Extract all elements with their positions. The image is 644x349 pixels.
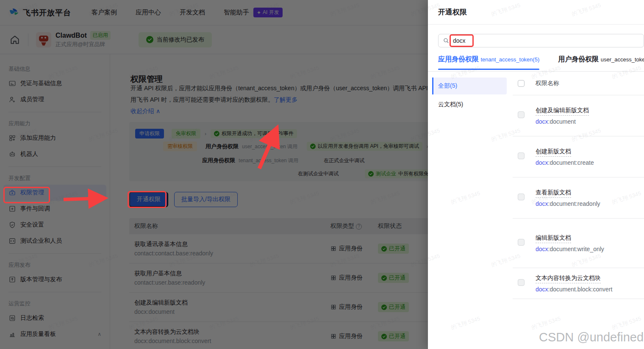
row-checkbox[interactable] <box>518 239 525 246</box>
code-rest: :document:readonly <box>548 200 600 207</box>
row-checkbox[interactable] <box>518 279 525 286</box>
category-cloud-docs[interactable]: 云文档(5) <box>432 96 507 113</box>
permission-name: 文本内容转换为云文档块 <box>536 274 601 283</box>
code-highlight: docx <box>536 200 548 207</box>
permission-name: 创建及编辑新版文档 <box>536 107 589 116</box>
panel-body: 全部(5) 云文档(5) 权限名称 创建及编辑新版文档 docx:documen… <box>428 72 644 349</box>
code-rest: :document <box>548 118 576 125</box>
open-permission-panel: 开通权限 docx 应用身份权限 tenant_access_token(5) … <box>428 0 644 349</box>
panel-title: 开通权限 <box>428 0 644 25</box>
list-header-label: 权限名称 <box>536 80 559 87</box>
tab-sub-label: user_access_token(5) <box>601 56 644 63</box>
row-checkbox[interactable] <box>518 111 525 118</box>
list-item[interactable]: 创建新版文档 docx:document:create <box>513 136 644 177</box>
code-rest: :document:write_only <box>548 246 604 252</box>
list-item[interactable]: 编辑新版文档 docx:document:write_only <box>513 219 644 268</box>
panel-tabs: 应用身份权限 tenant_access_token(5) 用户身份权限 use… <box>438 55 644 70</box>
tab-sub-label: tenant_access_token(5) <box>480 56 539 63</box>
tab-user-access-token[interactable]: 用户身份权限 user_access_token(5) <box>558 55 644 70</box>
list-item[interactable]: 查看新版文档 docx:document:readonly <box>513 177 644 219</box>
code-highlight: docx <box>536 159 548 166</box>
search-input[interactable]: docx <box>438 34 644 47</box>
code-highlight: docx <box>536 286 548 293</box>
code-rest: :document:create <box>548 159 594 166</box>
permission-name: 创建新版文档 <box>536 148 571 157</box>
search-icon <box>443 37 450 44</box>
permission-name: 查看新版文档 <box>536 189 571 198</box>
list-header: 权限名称 <box>513 72 644 95</box>
select-all-checkbox[interactable] <box>518 80 525 87</box>
search-value: docx <box>453 37 466 44</box>
row-checkbox[interactable] <box>518 152 525 159</box>
tab-label: 用户身份权限 <box>558 55 599 63</box>
category-column: 全部(5) 云文档(5) <box>428 72 513 349</box>
permission-name: 编辑新版文档 <box>536 234 571 243</box>
list-item[interactable]: 文本内容转换为云文档块 docx:document.block:convert <box>513 268 644 299</box>
category-all[interactable]: 全部(5) <box>432 78 507 94</box>
list-item[interactable]: 创建及编辑新版文档 docx:document <box>513 95 644 136</box>
tab-label: 应用身份权限 <box>438 55 479 63</box>
permission-list: 权限名称 创建及编辑新版文档 docx:document 创建新版文档 docx… <box>513 72 644 349</box>
modal-dim-overlay[interactable] <box>0 0 428 349</box>
row-checkbox[interactable] <box>518 194 525 200</box>
tab-tenant-access-token[interactable]: 应用身份权限 tenant_access_token(5) <box>438 55 539 70</box>
code-highlight: docx <box>536 246 548 252</box>
code-highlight: docx <box>536 118 548 125</box>
code-rest: :document.block:convert <box>548 286 613 293</box>
